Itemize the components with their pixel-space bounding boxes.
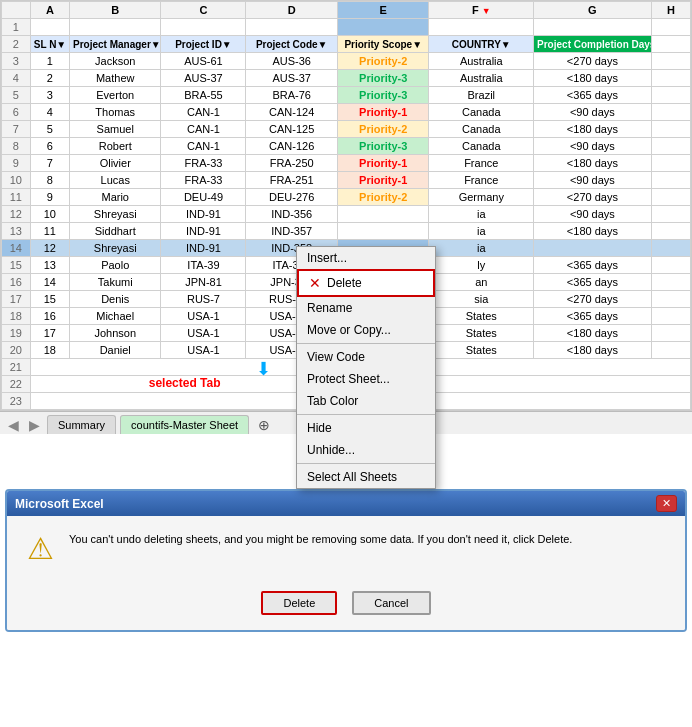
table-row: 11 9 Mario DEU-49 DEU-276 Priority-2 Ger… — [2, 189, 691, 206]
header-manager[interactable]: Project Manager▼ — [69, 36, 161, 53]
table-row: 4 2 Mathew AUS-37 AUS-37 Priority-3 Aust… — [2, 70, 691, 87]
table-row: 3 1 Jackson AUS-61 AUS-36 Priority-2 Aus… — [2, 53, 691, 70]
col-e-header[interactable]: E — [337, 2, 429, 19]
tab-countifs[interactable]: countifs-Master Sheet — [120, 415, 249, 434]
annotation-text2: selected Tab — [149, 376, 221, 390]
table-row: 5 3 Everton BRA-55 BRA-76 Priority-3 Bra… — [2, 87, 691, 104]
header-code[interactable]: Project Code▼ — [246, 36, 338, 53]
dialog-titlebar: Microsoft Excel ✕ — [7, 491, 685, 516]
cell-1f — [429, 19, 534, 36]
menu-item-selectall[interactable]: Select All Sheets — [297, 466, 435, 488]
header-h — [651, 36, 690, 53]
col-b-header[interactable]: B — [69, 2, 161, 19]
menu-item-unhide[interactable]: Unhide... — [297, 439, 435, 461]
menu-separator-1 — [297, 343, 435, 344]
tab-summary[interactable]: Summary — [47, 415, 116, 434]
dialog-body: ⚠ You can't undo deleting sheets, and yo… — [7, 516, 685, 581]
cell-1h — [651, 19, 690, 36]
table-row: 10 8 Lucas FRA-33 FRA-251 Priority-1 Fra… — [2, 172, 691, 189]
menu-item-tabcolor[interactable]: Tab Color — [297, 390, 435, 412]
rename-label: Rename — [307, 301, 352, 315]
tab-nav-right[interactable]: ▶ — [26, 417, 43, 433]
menu-item-protect[interactable]: Protect Sheet... — [297, 368, 435, 390]
insert-label: Insert... — [307, 251, 347, 265]
col-d-header[interactable]: D — [246, 2, 338, 19]
table-row: 13 11 Siddhart IND-91 IND-357 ia <180 da… — [2, 223, 691, 240]
dialog-cancel-button[interactable]: Cancel — [352, 591, 430, 615]
header-country[interactable]: COUNTRY▼ — [429, 36, 534, 53]
header-sl[interactable]: SL N▼ — [30, 36, 69, 53]
warning-icon: ⚠ — [27, 531, 54, 566]
tab-summary-label: Summary — [58, 419, 105, 431]
hide-label: Hide — [307, 421, 332, 435]
table-row: 12 10 Shreyasi IND-91 IND-356 ia <90 day… — [2, 206, 691, 223]
spreadsheet: A B C D E F ▼ G H 1 — [0, 0, 692, 411]
tabcolor-label: Tab Color — [307, 394, 358, 408]
dialog-title: Microsoft Excel — [15, 497, 104, 511]
row-num-1: 1 — [2, 19, 31, 36]
selectall-label: Select All Sheets — [307, 470, 397, 484]
menu-item-move[interactable]: Move or Copy... — [297, 319, 435, 341]
unhide-label: Unhide... — [307, 443, 355, 457]
menu-item-hide[interactable]: Hide — [297, 417, 435, 439]
dialog-close-button[interactable]: ✕ — [656, 495, 677, 512]
table-row: 9 7 Olivier FRA-33 FRA-250 Priority-1 Fr… — [2, 155, 691, 172]
annotation-arrow: ⬇ — [256, 358, 271, 380]
menu-separator-3 — [297, 463, 435, 464]
col-a-header[interactable]: A — [30, 2, 69, 19]
move-label: Move or Copy... — [307, 323, 391, 337]
tab-add-button[interactable]: ⊕ — [253, 417, 275, 433]
dialog-buttons: Delete Cancel — [7, 581, 685, 630]
dialog-message: You can't undo deleting sheets, and you … — [69, 531, 572, 548]
row-num-2: 2 — [2, 36, 31, 53]
tab-countifs-label: countifs-Master Sheet — [131, 419, 238, 431]
col-f-header[interactable]: F ▼ — [429, 2, 534, 19]
cell-1a — [30, 19, 69, 36]
cell-1d — [246, 19, 338, 36]
cell-1e — [337, 19, 429, 36]
cell-1g — [534, 19, 652, 36]
header-id[interactable]: Project ID▼ — [161, 36, 246, 53]
tab-nav-left[interactable]: ◀ — [5, 417, 22, 433]
table-row: 8 6 Robert CAN-1 CAN-126 Priority-3 Cana… — [2, 138, 691, 155]
menu-item-delete[interactable]: ✕ Delete — [297, 269, 435, 297]
delete-icon: ✕ — [309, 275, 321, 291]
table-row: 7 5 Samuel CAN-1 CAN-125 Priority-2 Cana… — [2, 121, 691, 138]
col-g-header[interactable]: G — [534, 2, 652, 19]
table-row: 6 4 Thomas CAN-1 CAN-124 Priority-1 Cana… — [2, 104, 691, 121]
cell-1c — [161, 19, 246, 36]
context-menu: Insert... ✕ Delete Rename Move or Copy..… — [296, 246, 436, 489]
header-priority[interactable]: Priority Scope▼ — [337, 36, 429, 53]
menu-item-rename[interactable]: Rename — [297, 297, 435, 319]
corner-cell — [2, 2, 31, 19]
header-completion[interactable]: Project Completion Days▼ — [534, 36, 652, 53]
menu-item-viewcode[interactable]: View Code — [297, 346, 435, 368]
excel-dialog: Microsoft Excel ✕ ⚠ You can't undo delet… — [5, 489, 687, 632]
menu-separator-2 — [297, 414, 435, 415]
dialog-delete-button[interactable]: Delete — [261, 591, 337, 615]
menu-item-insert[interactable]: Insert... — [297, 247, 435, 269]
col-h-header[interactable]: H — [651, 2, 690, 19]
delete-label: Delete — [327, 276, 362, 290]
col-c-header[interactable]: C — [161, 2, 246, 19]
cell-1b — [69, 19, 161, 36]
viewcode-label: View Code — [307, 350, 365, 364]
protect-label: Protect Sheet... — [307, 372, 390, 386]
